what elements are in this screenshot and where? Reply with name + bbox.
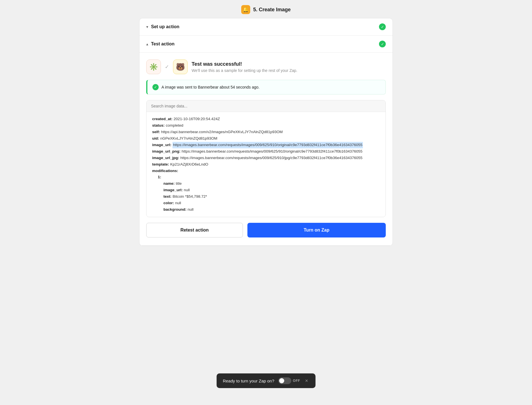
data-row-mod-background: background: null	[152, 206, 380, 213]
toast-text: Ready to turn your Zap on?	[223, 378, 274, 383]
test-action-title: Test action	[151, 41, 174, 47]
action-buttons: Retest action Turn on Zap	[146, 217, 386, 239]
data-rows: created_at: 2021-10-16T09:20:54.424Z sta…	[147, 112, 385, 217]
search-input[interactable]	[147, 100, 385, 112]
data-row-mod-text: text: Bitcoin *$54,798.72*	[152, 193, 380, 200]
success-banner-text: A image was sent to Bannerbear about 54 …	[161, 85, 260, 89]
retest-button[interactable]: Retest action	[146, 223, 243, 237]
page-title-icon: 🔔	[241, 5, 250, 14]
data-row-image-url-jpg: image_url_jpg: https://images.bannerbear…	[152, 155, 380, 161]
turn-on-zap-button[interactable]: Turn on Zap	[247, 223, 386, 237]
data-row-created-at: created_at: 2021-10-16T09:20:54.424Z	[152, 116, 380, 122]
bottom-toast: Ready to turn your Zap on? OFF ×	[217, 373, 316, 388]
data-row-mod-name: name: title	[152, 181, 380, 187]
test-action-left: ▴ Test action	[146, 41, 174, 47]
test-success-subtext: We'll use this as a sample for setting u…	[192, 68, 297, 73]
test-action-chevron: ▴	[146, 42, 148, 46]
data-row-self: self: https://api.bannerbear.com/v2/imag…	[152, 129, 380, 135]
toggle-track[interactable]	[278, 377, 291, 384]
test-action-header[interactable]: ▴ Test action ✓	[139, 36, 393, 53]
data-row-uid: uid: nGPeXKvLJY7nAlnZQd81p93OM	[152, 135, 380, 142]
toggle-container[interactable]: OFF	[278, 377, 300, 384]
data-row-mod-color: color: null	[152, 200, 380, 206]
bannerbear-icon: 🐻	[173, 60, 188, 74]
set-up-action-left: ▾ Set up action	[146, 24, 179, 29]
data-row-template: template: Kp21rAZj8XrD6eLndO	[152, 161, 380, 168]
data-row-image-url-png: image_url_png: https://images.bannerbear…	[152, 148, 380, 155]
data-panel: created_at: 2021-10-16T09:20:54.424Z sta…	[146, 100, 386, 217]
set-up-action-title: Set up action	[151, 24, 179, 29]
close-toast-button[interactable]: ×	[304, 378, 309, 383]
test-action-body: ✳️ ✓ 🐻 Test was successful! We'll use th…	[139, 53, 393, 246]
data-row-modifications-1: 1:	[152, 174, 380, 181]
data-row-status: status: completed	[152, 122, 380, 129]
data-row-mod-image-url: image_url: null	[152, 187, 380, 193]
test-action-check: ✓	[379, 41, 386, 47]
connector-check-icon: ✓	[165, 64, 169, 70]
main-card: ▾ Set up action ✓ ▴ Test action ✓ ✳️ ✓ 🐻	[139, 18, 393, 246]
page-header: 🔔 5. Create Image	[0, 0, 532, 18]
toggle-label: OFF	[293, 379, 300, 383]
data-row-image-url: image_url: https://images.bannerbear.com…	[152, 142, 380, 148]
set-up-action-section[interactable]: ▾ Set up action ✓	[139, 18, 393, 36]
success-banner-check-icon: ✓	[152, 84, 159, 90]
data-row-modifications: modifications:	[152, 168, 380, 174]
success-banner: ✓ A image was sent to Bannerbear about 5…	[146, 80, 386, 94]
test-success-text: Test was successful! We'll use this as a…	[192, 61, 297, 73]
toggle-thumb	[279, 378, 284, 383]
test-success-heading: Test was successful!	[192, 61, 297, 67]
set-up-action-chevron: ▾	[146, 25, 148, 29]
test-success-row: ✳️ ✓ 🐻 Test was successful! We'll use th…	[146, 60, 386, 74]
set-up-action-check: ✓	[379, 23, 386, 30]
page-title: 5. Create Image	[253, 7, 291, 13]
zapier-icon: ✳️	[146, 60, 161, 74]
test-action-section: ▴ Test action ✓ ✳️ ✓ 🐻 Test was successf…	[139, 36, 393, 246]
